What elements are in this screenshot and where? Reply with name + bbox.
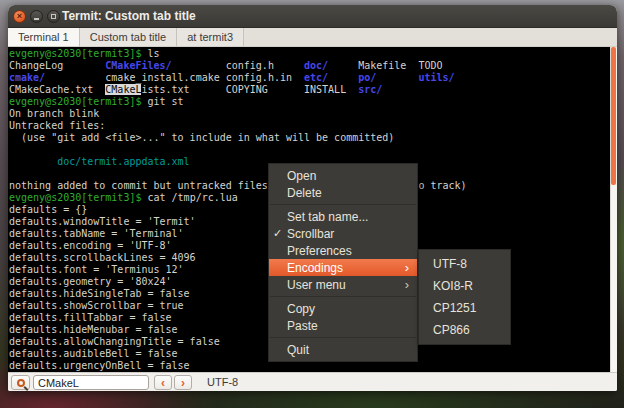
titlebar[interactable]: × Termit: Custom tab title <box>8 5 617 28</box>
tab-at-termit3[interactable]: at termit3 <box>177 28 244 46</box>
find-next-button[interactable]: › <box>174 375 192 390</box>
terminal-line: On branch blink <box>9 108 617 120</box>
menu-item-set-tab-name[interactable]: Set tab name... <box>269 208 417 225</box>
terminal-line: cmake/ cmake_install.cmake config.h.in e… <box>9 72 617 84</box>
tab-bar: Terminal 1Custom tab titleat termit3 <box>8 28 617 47</box>
maximize-button[interactable] <box>47 10 60 23</box>
submenu-item-cp1251[interactable]: CP1251 <box>419 297 510 319</box>
search-icon <box>17 379 25 387</box>
encoding-label: UTF-8 <box>207 376 238 388</box>
menu-item-label: Encodings <box>287 261 343 275</box>
window-title: Termit: Custom tab title <box>62 5 196 27</box>
desktop-wallpaper: × Termit: Custom tab title Terminal 1Cus… <box>0 0 624 408</box>
menu-separator <box>270 296 416 297</box>
menu-item-label: Set tab name... <box>287 210 368 224</box>
menu-item-label: Delete <box>287 186 322 200</box>
menu-item-quit[interactable]: Quit <box>269 341 417 358</box>
menu-item-label: Quit <box>287 343 309 357</box>
submenu-arrow-icon: › <box>405 277 409 292</box>
terminal-line: evgeny@s2030[termit3]$ ls <box>9 48 617 60</box>
find-prev-button[interactable]: ‹ <box>154 375 172 390</box>
menu-item-delete[interactable]: Delete <box>269 184 417 201</box>
menu-item-scrollbar[interactable]: ✓Scrollbar <box>269 225 417 242</box>
menu-item-paste[interactable]: Paste <box>269 317 417 334</box>
minimize-button[interactable] <box>30 10 43 23</box>
tab-terminal-1[interactable]: Terminal 1 <box>8 28 80 46</box>
menu-item-open[interactable]: Open <box>269 167 417 184</box>
menu-item-label: User menu <box>287 278 346 292</box>
encodings-submenu: UTF-8KOI8-RCP1251CP866 <box>418 249 511 345</box>
termit-window: × Termit: Custom tab title Terminal 1Cus… <box>8 5 617 391</box>
check-icon: ✓ <box>273 227 282 240</box>
menu-separator <box>270 204 416 205</box>
menu-item-label: Paste <box>287 319 318 333</box>
terminal-line: ChangeLog CMakeFiles/ config.h doc/ Make… <box>9 60 617 72</box>
terminal-line: Untracked files: <box>9 120 617 132</box>
terminal-line <box>9 144 617 156</box>
submenu-item-cp866[interactable]: CP866 <box>419 319 510 341</box>
context-menu: OpenDeleteSet tab name...✓ScrollbarPrefe… <box>268 163 418 362</box>
terminal-line: (use "git add <file>..." to include in w… <box>9 132 617 144</box>
menu-item-label: Scrollbar <box>287 227 334 241</box>
menu-item-preferences[interactable]: Preferences <box>269 242 417 259</box>
minimize-icon <box>34 18 39 20</box>
menu-item-label: Open <box>287 169 316 183</box>
close-icon: × <box>14 11 25 22</box>
scrollbar-track[interactable] <box>610 47 617 372</box>
menu-item-label: Copy <box>287 302 315 316</box>
search-button[interactable] <box>11 375 30 390</box>
menu-item-label: Preferences <box>287 244 352 258</box>
close-button[interactable]: × <box>13 10 26 23</box>
menu-item-user-menu[interactable]: User menu› <box>269 276 417 293</box>
menu-item-copy[interactable]: Copy <box>269 300 417 317</box>
menu-separator <box>270 337 416 338</box>
submenu-item-utf-8[interactable]: UTF-8 <box>419 253 510 275</box>
maximize-icon <box>51 14 56 19</box>
menu-item-encodings[interactable]: Encodings› <box>269 259 417 276</box>
scrollbar-thumb[interactable] <box>611 47 616 185</box>
terminal-line: CMakeCache.txt CMakeLists.txt COPYING IN… <box>9 84 617 96</box>
tab-custom-tab-title[interactable]: Custom tab title <box>80 28 177 46</box>
submenu-item-koi8-r[interactable]: KOI8-R <box>419 275 510 297</box>
submenu-arrow-icon: › <box>405 260 409 275</box>
status-bar: ‹ › UTF-8 <box>8 372 617 391</box>
terminal-line: evgeny@s2030[termit3]$ git st <box>9 96 617 108</box>
search-input[interactable] <box>33 375 149 390</box>
